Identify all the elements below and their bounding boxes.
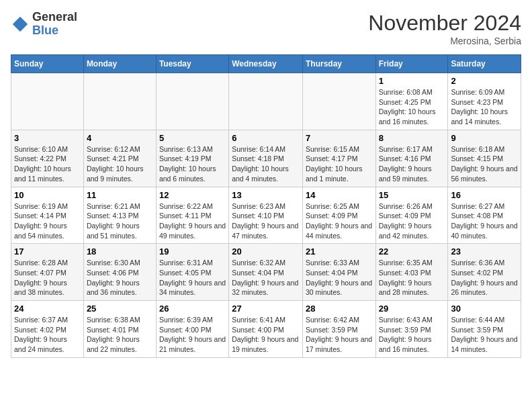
day-cell: 25Sunrise: 6:38 AM Sunset: 4:01 PM Dayli… — [83, 301, 156, 358]
day-info: Sunrise: 6:42 AM Sunset: 3:59 PM Dayligh… — [306, 315, 373, 355]
svg-marker-0 — [13, 17, 28, 32]
week-row-2: 10Sunrise: 6:19 AM Sunset: 4:14 PM Dayli… — [11, 187, 521, 244]
day-cell: 15Sunrise: 6:26 AM Sunset: 4:09 PM Dayli… — [375, 187, 448, 244]
day-info: Sunrise: 6:09 AM Sunset: 4:23 PM Dayligh… — [451, 87, 518, 127]
day-number: 12 — [159, 190, 226, 200]
day-number: 16 — [451, 190, 518, 200]
day-info: Sunrise: 6:37 AM Sunset: 4:02 PM Dayligh… — [14, 315, 81, 355]
day-number: 2 — [451, 76, 518, 86]
header-cell-saturday: Saturday — [448, 55, 521, 73]
day-number: 1 — [379, 76, 445, 86]
day-cell: 10Sunrise: 6:19 AM Sunset: 4:14 PM Dayli… — [11, 187, 84, 244]
day-number: 26 — [159, 304, 226, 314]
day-info: Sunrise: 6:36 AM Sunset: 4:02 PM Dayligh… — [451, 258, 518, 298]
day-number: 6 — [232, 133, 300, 143]
day-cell: 21Sunrise: 6:33 AM Sunset: 4:04 PM Dayli… — [302, 244, 375, 301]
header-cell-monday: Monday — [83, 55, 156, 73]
day-cell: 26Sunrise: 6:39 AM Sunset: 4:00 PM Dayli… — [156, 301, 228, 358]
page-header: General Blue November 2024 Merosina, Ser… — [11, 11, 521, 46]
day-info: Sunrise: 6:10 AM Sunset: 4:22 PM Dayligh… — [14, 144, 81, 184]
day-info: Sunrise: 6:15 AM Sunset: 4:17 PM Dayligh… — [306, 144, 373, 184]
day-number: 20 — [232, 246, 300, 257]
day-number: 14 — [306, 190, 373, 200]
day-cell: 13Sunrise: 6:23 AM Sunset: 4:10 PM Dayli… — [229, 187, 303, 244]
day-number: 10 — [14, 190, 81, 200]
header-row: SundayMondayTuesdayWednesdayThursdayFrid… — [11, 55, 521, 73]
logo-icon — [11, 15, 30, 34]
day-info: Sunrise: 6:18 AM Sunset: 4:15 PM Dayligh… — [451, 144, 518, 184]
day-cell: 23Sunrise: 6:36 AM Sunset: 4:02 PM Dayli… — [448, 244, 521, 301]
day-number: 28 — [306, 304, 373, 314]
day-cell: 29Sunrise: 6:43 AM Sunset: 3:59 PM Dayli… — [375, 301, 448, 358]
day-cell: 9Sunrise: 6:18 AM Sunset: 4:15 PM Daylig… — [448, 130, 521, 187]
day-number: 3 — [14, 133, 81, 143]
day-info: Sunrise: 6:25 AM Sunset: 4:09 PM Dayligh… — [306, 201, 373, 241]
day-number: 29 — [379, 304, 445, 314]
week-row-4: 24Sunrise: 6:37 AM Sunset: 4:02 PM Dayli… — [11, 301, 521, 358]
header-cell-friday: Friday — [375, 55, 448, 73]
day-cell: 20Sunrise: 6:32 AM Sunset: 4:04 PM Dayli… — [229, 244, 303, 301]
day-info: Sunrise: 6:35 AM Sunset: 4:03 PM Dayligh… — [379, 258, 445, 298]
logo-text: General Blue — [32, 11, 77, 38]
day-number: 22 — [379, 246, 445, 257]
day-cell: 3Sunrise: 6:10 AM Sunset: 4:22 PM Daylig… — [11, 130, 84, 187]
day-cell: 8Sunrise: 6:17 AM Sunset: 4:16 PM Daylig… — [375, 130, 448, 187]
day-cell: 2Sunrise: 6:09 AM Sunset: 4:23 PM Daylig… — [448, 73, 521, 130]
day-info: Sunrise: 6:13 AM Sunset: 4:19 PM Dayligh… — [159, 144, 226, 184]
day-info: Sunrise: 6:14 AM Sunset: 4:18 PM Dayligh… — [232, 144, 300, 184]
day-cell: 18Sunrise: 6:30 AM Sunset: 4:06 PM Dayli… — [83, 244, 156, 301]
header-cell-thursday: Thursday — [302, 55, 375, 73]
day-number: 7 — [306, 133, 373, 143]
day-number: 11 — [87, 190, 153, 200]
day-cell: 5Sunrise: 6:13 AM Sunset: 4:19 PM Daylig… — [156, 130, 228, 187]
location: Merosina, Serbia — [368, 36, 521, 46]
day-number: 19 — [159, 246, 226, 257]
logo-general: General — [32, 11, 77, 24]
day-cell — [83, 73, 156, 130]
day-info: Sunrise: 6:08 AM Sunset: 4:25 PM Dayligh… — [379, 87, 445, 127]
week-row-0: 1Sunrise: 6:08 AM Sunset: 4:25 PM Daylig… — [11, 73, 521, 130]
day-cell: 12Sunrise: 6:22 AM Sunset: 4:11 PM Dayli… — [156, 187, 228, 244]
header-cell-wednesday: Wednesday — [229, 55, 303, 73]
day-info: Sunrise: 6:28 AM Sunset: 4:07 PM Dayligh… — [14, 258, 81, 298]
week-row-1: 3Sunrise: 6:10 AM Sunset: 4:22 PM Daylig… — [11, 130, 521, 187]
day-number: 17 — [14, 246, 81, 257]
header-cell-sunday: Sunday — [11, 55, 84, 73]
day-info: Sunrise: 6:41 AM Sunset: 4:00 PM Dayligh… — [232, 315, 300, 355]
day-info: Sunrise: 6:43 AM Sunset: 3:59 PM Dayligh… — [379, 315, 445, 355]
day-info: Sunrise: 6:39 AM Sunset: 4:00 PM Dayligh… — [159, 315, 226, 355]
day-cell: 11Sunrise: 6:21 AM Sunset: 4:13 PM Dayli… — [83, 187, 156, 244]
day-info: Sunrise: 6:30 AM Sunset: 4:06 PM Dayligh… — [87, 258, 153, 298]
day-cell: 4Sunrise: 6:12 AM Sunset: 4:21 PM Daylig… — [83, 130, 156, 187]
day-cell: 16Sunrise: 6:27 AM Sunset: 4:08 PM Dayli… — [448, 187, 521, 244]
day-info: Sunrise: 6:19 AM Sunset: 4:14 PM Dayligh… — [14, 201, 81, 241]
day-cell: 1Sunrise: 6:08 AM Sunset: 4:25 PM Daylig… — [375, 73, 448, 130]
day-cell: 17Sunrise: 6:28 AM Sunset: 4:07 PM Dayli… — [11, 244, 84, 301]
logo-blue: Blue — [32, 24, 77, 38]
day-info: Sunrise: 6:17 AM Sunset: 4:16 PM Dayligh… — [379, 144, 445, 184]
day-cell: 30Sunrise: 6:44 AM Sunset: 3:59 PM Dayli… — [448, 301, 521, 358]
day-number: 25 — [87, 304, 153, 314]
calendar-header: SundayMondayTuesdayWednesdayThursdayFrid… — [11, 55, 521, 73]
day-number: 5 — [159, 133, 226, 143]
day-number: 21 — [306, 246, 373, 257]
day-number: 15 — [379, 190, 445, 200]
day-number: 24 — [14, 304, 81, 314]
day-info: Sunrise: 6:33 AM Sunset: 4:04 PM Dayligh… — [306, 258, 373, 298]
day-number: 18 — [87, 246, 153, 257]
day-info: Sunrise: 6:44 AM Sunset: 3:59 PM Dayligh… — [451, 315, 518, 355]
day-number: 13 — [232, 190, 300, 200]
week-row-3: 17Sunrise: 6:28 AM Sunset: 4:07 PM Dayli… — [11, 244, 521, 301]
header-cell-tuesday: Tuesday — [156, 55, 228, 73]
day-info: Sunrise: 6:27 AM Sunset: 4:08 PM Dayligh… — [451, 201, 518, 241]
day-cell — [11, 73, 84, 130]
day-number: 9 — [451, 133, 518, 143]
day-cell: 14Sunrise: 6:25 AM Sunset: 4:09 PM Dayli… — [302, 187, 375, 244]
calendar-body: 1Sunrise: 6:08 AM Sunset: 4:25 PM Daylig… — [11, 73, 521, 358]
day-number: 4 — [87, 133, 153, 143]
calendar-table: SundayMondayTuesdayWednesdayThursdayFrid… — [11, 54, 521, 358]
logo: General Blue — [11, 11, 77, 38]
day-info: Sunrise: 6:23 AM Sunset: 4:10 PM Dayligh… — [232, 201, 300, 241]
title-block: November 2024 Merosina, Serbia — [368, 11, 521, 46]
day-info: Sunrise: 6:21 AM Sunset: 4:13 PM Dayligh… — [87, 201, 153, 241]
